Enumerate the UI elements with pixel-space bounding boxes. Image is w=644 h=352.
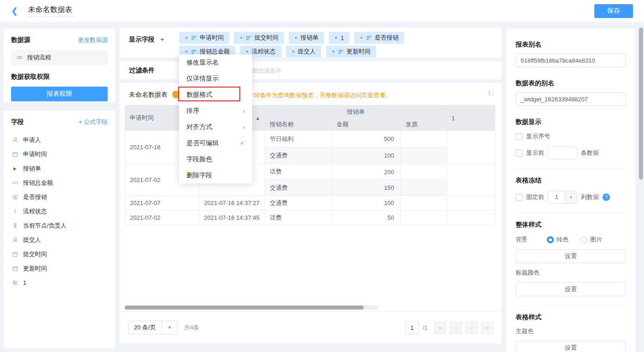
data-display-title: 数据显示 [516, 118, 626, 126]
chevron-down-icon[interactable]: ▼ [185, 36, 188, 40]
horizontal-scrollbar-thumb[interactable] [125, 305, 364, 310]
menu-item-field-color[interactable]: 字段颜色 [179, 151, 252, 167]
show-first-checkbox[interactable] [516, 150, 522, 157]
field-item-update-time[interactable]: 更新时间 [11, 261, 108, 276]
submenu-arrow-icon: › [243, 123, 245, 131]
cell-invoice [401, 147, 447, 164]
chip-submitter[interactable]: ▼ 提交人 [286, 46, 321, 58]
bg-image-option[interactable]: 图片 [580, 235, 602, 244]
cell-amount: 50 [332, 211, 401, 225]
field-item-applicant[interactable]: 申请人 [11, 133, 108, 147]
page-count: /1 [423, 324, 428, 331]
cell-invoice [401, 211, 447, 225]
help-icon[interactable]: ? [603, 194, 610, 201]
sort-ascending-icon[interactable]: ▲ [255, 116, 260, 121]
next-page-button[interactable]: › [465, 322, 478, 334]
cell-amount: 150 [332, 180, 401, 196]
menu-item-alignment[interactable]: 对齐方式› [179, 119, 252, 135]
datasource-card: 数据源 更改数据源 报销流程 数据获取权限 报表权限 [4, 29, 115, 103]
first-page-button[interactable]: « [434, 322, 447, 334]
page-title[interactable]: 未命名数据表 [26, 5, 74, 17]
bg-image-label: 图片 [590, 235, 602, 244]
field-item-submit-time[interactable]: 提交时间 [11, 247, 108, 261]
menu-item-delete-field[interactable]: 删除字段 [179, 167, 252, 183]
chip-label: 报销单 [301, 34, 319, 42]
chevron-down-icon[interactable]: ▼ [185, 50, 188, 54]
chevron-down-icon[interactable]: ▼ [360, 36, 363, 40]
report-permission-button[interactable]: 报表权限 [11, 87, 108, 101]
cell-name: 交通费 [265, 147, 332, 164]
datasource-title: 数据源 [11, 36, 30, 44]
background-label: 背景 [516, 235, 547, 244]
row-order-icon[interactable]: 1↓ [487, 89, 494, 97]
bg-solid-label: 纯色 [557, 235, 569, 244]
col-header-1[interactable]: 1 [447, 106, 495, 131]
field-item-submitter[interactable]: 提交人 [11, 233, 108, 247]
field-item-apply-time[interactable]: 申请时间 [11, 147, 108, 161]
chip-formula-1[interactable]: ▼ 1 [329, 32, 349, 44]
cell-apply-date: 2021-07-02 [125, 211, 199, 225]
add-display-field-button[interactable]: + [160, 35, 164, 43]
chevron-down-icon[interactable]: ▼ [334, 36, 338, 40]
freeze-checkbox[interactable] [516, 194, 522, 201]
menu-item-detail-only[interactable]: 仅详情显示 [179, 70, 252, 87]
field-item-formula-1[interactable]: fx 1 [11, 276, 108, 290]
chip-update-time[interactable]: ▼ 更新时间 [326, 46, 376, 58]
chevron-down-icon[interactable]: ▼ [291, 50, 295, 54]
divider [516, 213, 626, 213]
table-alias-input[interactable] [516, 92, 626, 106]
cell-extra [447, 196, 495, 211]
field-item-total-amount[interactable]: 123 报销总金额 [11, 176, 108, 190]
user-icon [11, 237, 19, 243]
radio-selected-icon[interactable] [547, 236, 554, 243]
background-set-button[interactable]: 设置 [516, 249, 626, 263]
expand-caret-icon[interactable]: ▶ [11, 166, 19, 171]
menu-item-data-format[interactable]: 数据格式 [179, 87, 252, 103]
chip-reimburse-form[interactable]: ▼ 报销单 [289, 32, 324, 44]
sub-header-name[interactable]: 报销名称 [265, 118, 332, 131]
add-formula-field-link[interactable]: + 公式字段 [79, 118, 108, 126]
show-index-checkbox[interactable] [516, 133, 522, 140]
field-label: 申请时间 [23, 150, 47, 158]
chip-submit-time[interactable]: ▼ 提交时间 [234, 32, 284, 44]
report-alias-title: 报表别名 [516, 41, 626, 49]
field-item-current-node[interactable]: 当前节点/负责人 [11, 218, 108, 233]
page-size-select[interactable]: 20 条/页 ▼ [128, 321, 178, 334]
vertical-scrollbar-thumb[interactable] [639, 28, 643, 180]
datasource-item[interactable]: 报销流程 [11, 50, 108, 65]
cell-name: 话费 [265, 164, 332, 180]
chevron-down-icon[interactable]: ▼ [331, 50, 335, 54]
field-item-is-reimbursed[interactable]: 是否报销 [11, 190, 108, 204]
page-number-input[interactable] [405, 321, 419, 334]
chevron-down-icon[interactable]: ▼ [239, 36, 243, 40]
freeze-count-select[interactable]: 1 ▼ [548, 191, 577, 204]
chevron-down-icon[interactable]: ▼ [245, 50, 249, 54]
title-color-set-button[interactable]: 设置 [516, 282, 626, 296]
field-item-reimburse-form[interactable]: ▶ 报销单 [11, 161, 108, 176]
save-button[interactable]: 保存 [594, 4, 633, 18]
show-first-count-input[interactable] [548, 147, 577, 159]
prev-page-button[interactable]: ‹ [450, 322, 462, 334]
radio-unselected-icon[interactable] [580, 236, 587, 243]
freeze-count-value: 1 [548, 191, 565, 203]
chip-apply-time[interactable]: ▼ 申请时间 [179, 32, 229, 44]
show-first-row: 显示前 条数据 [516, 147, 626, 159]
show-index-label: 显示序号 [526, 132, 550, 141]
menu-item-editable[interactable]: 是否可编辑✓ [179, 135, 252, 151]
menu-item-label: 删除字段 [186, 171, 245, 180]
theme-color-set-button[interactable]: 设置 [516, 341, 626, 352]
sub-header-invoice[interactable]: 发票 [401, 118, 447, 131]
chip-is-reimbursed[interactable]: ▼ 是否报销 [354, 32, 404, 44]
sub-header-amount[interactable]: 金额 [332, 118, 401, 131]
last-page-button[interactable]: » [481, 322, 493, 334]
chevron-down-icon[interactable]: ▼ [294, 36, 298, 40]
report-alias-input[interactable] [516, 53, 626, 67]
fields-card: 字段 + 公式字段 申请人 申请时间 ▶ 报销单 123 报销总金额 是否报销 … [4, 111, 115, 348]
bg-solid-option[interactable]: 纯色 [547, 235, 569, 244]
horizontal-scrollbar[interactable] [125, 305, 378, 310]
menu-item-rename[interactable]: 修改显示名 [179, 54, 252, 70]
field-item-flow-status[interactable]: I 流程状态 [11, 204, 108, 218]
back-icon[interactable]: ❮ [11, 7, 18, 15]
menu-item-sort[interactable]: 排序› [179, 103, 252, 119]
change-datasource-link[interactable]: 更改数据源 [78, 36, 108, 44]
